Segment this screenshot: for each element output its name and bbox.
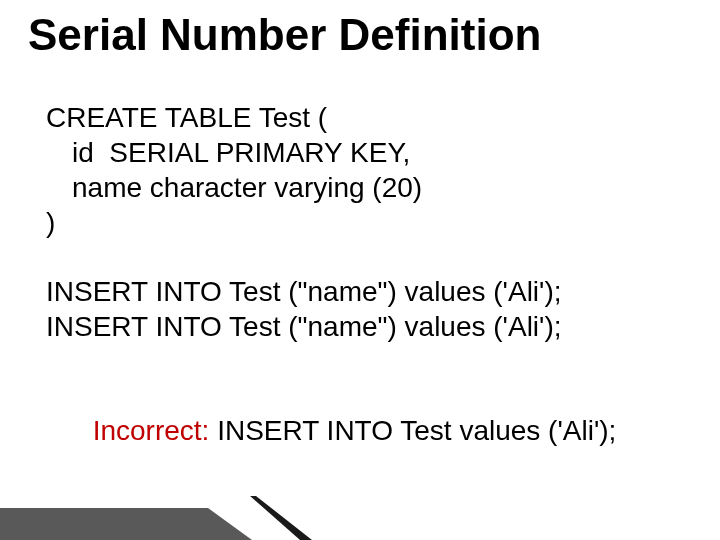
svg-marker-0 xyxy=(0,496,312,540)
slide-body: CREATE TABLE Test ( id SERIAL PRIMARY KE… xyxy=(46,100,686,483)
svg-marker-1 xyxy=(0,480,300,540)
code-line-1: CREATE TABLE Test ( xyxy=(46,100,686,135)
incorrect-rest: INSERT INTO Test values ('Ali'); xyxy=(209,415,616,446)
incorrect-label: Incorrect: xyxy=(93,415,210,446)
slide-title: Serial Number Definition xyxy=(28,10,541,60)
spacer-2 xyxy=(46,344,686,378)
insert-line-1: INSERT INTO Test ("name") values ('Ali')… xyxy=(46,274,686,309)
slide: Serial Number Definition CREATE TABLE Te… xyxy=(0,0,720,540)
code-line-3: name character varying (20) xyxy=(46,170,686,205)
code-line-3-text: name character varying (20) xyxy=(46,170,422,205)
insert-line-2: INSERT INTO Test ("name") values ('Ali')… xyxy=(46,309,686,344)
spacer-1 xyxy=(46,240,686,274)
incorrect-line: Incorrect: INSERT INTO Test values ('Ali… xyxy=(46,378,686,483)
code-line-4: ) xyxy=(46,205,686,240)
code-line-2-text: id SERIAL PRIMARY KEY, xyxy=(46,135,410,170)
code-line-2: id SERIAL PRIMARY KEY, xyxy=(46,135,686,170)
svg-marker-2 xyxy=(0,508,252,540)
